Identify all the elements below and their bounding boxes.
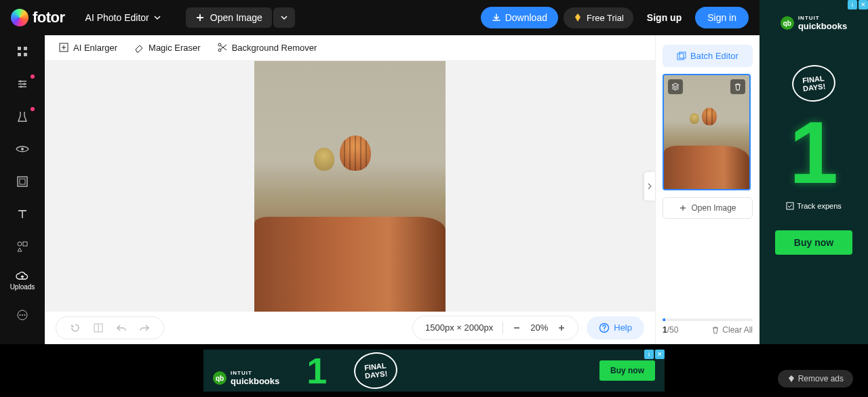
qb-logo-icon: qb <box>213 371 226 385</box>
car-shape <box>664 146 749 189</box>
ai-enlarger-label: AI Enlarger <box>73 43 117 53</box>
svg-rect-23 <box>787 203 793 209</box>
zoom-out-button[interactable] <box>513 324 521 332</box>
clear-all-button[interactable]: Clear All <box>711 325 753 335</box>
canvas-image[interactable] <box>254 61 446 312</box>
mode-label: AI Photo Editor <box>85 12 149 23</box>
ad-number-graphic: 1 <box>307 352 327 389</box>
svg-point-10 <box>18 242 22 246</box>
delete-thumb-button[interactable] <box>730 79 745 94</box>
context-toolbar: AI Enlarger Magic Eraser Background Remo… <box>45 35 655 61</box>
help-label: Help <box>614 322 632 333</box>
ad-info-icon[interactable]: i <box>848 0 857 9</box>
svg-rect-3 <box>24 53 27 56</box>
svg-point-4 <box>20 81 22 83</box>
download-button[interactable]: Download <box>481 7 558 28</box>
open-image-dropdown[interactable] <box>273 7 295 28</box>
rail-more-icon[interactable] <box>14 307 31 323</box>
uploads-label: Uploads <box>10 283 35 291</box>
bottom-ad-area: i✕ qb INTUITquickbooks 1 FINAL DAYS! Buy… <box>0 344 868 397</box>
reset-button[interactable] <box>70 322 81 333</box>
rail-adjust-icon[interactable] <box>14 76 31 92</box>
ad-badge[interactable]: i✕ <box>848 0 868 9</box>
compare-button[interactable] <box>93 322 104 333</box>
download-icon <box>492 13 501 22</box>
help-icon <box>599 322 610 333</box>
open-image-small-button[interactable]: Open Image <box>663 197 753 219</box>
ad-brand-prefix: INTUIT <box>231 370 279 376</box>
image-thumbnail[interactable] <box>663 74 751 190</box>
ad-number-graphic: 1 <box>789 108 838 196</box>
ad-badge[interactable]: i✕ <box>644 350 665 359</box>
trash-icon <box>711 326 719 334</box>
rail-text-icon[interactable] <box>14 206 31 222</box>
reset-icon <box>70 322 81 333</box>
svg-point-18 <box>218 49 221 51</box>
banner-ad[interactable]: i✕ qb INTUITquickbooks 1 FINAL DAYS! Buy… <box>203 350 665 392</box>
rail-uploads[interactable]: Uploads <box>10 271 35 291</box>
rail-apps-icon[interactable] <box>14 43 31 60</box>
notification-dot-icon <box>31 107 35 111</box>
mode-dropdown[interactable]: AI Photo Editor <box>79 8 168 27</box>
svg-rect-11 <box>23 242 27 246</box>
sidebar-ad[interactable]: i✕ qb INTUITquickbooks FINAL DAYS! 1 Tra… <box>760 0 868 351</box>
collapse-right-toggle[interactable] <box>644 172 655 201</box>
sign-in-button[interactable]: Sign in <box>695 7 749 28</box>
redo-button[interactable] <box>139 322 150 333</box>
car-shape <box>254 217 446 312</box>
remove-ads-button[interactable]: Remove ads <box>778 370 853 388</box>
scissors-icon <box>217 42 228 53</box>
brand-logo[interactable]: fotor <box>11 9 65 26</box>
free-trial-label: Free Trial <box>587 13 624 23</box>
undo-icon <box>116 322 127 333</box>
bg-remover-label: Background Remover <box>232 43 317 53</box>
svg-point-7 <box>21 148 24 150</box>
ad-buy-now-button[interactable]: Buy now <box>775 230 852 255</box>
rail-eye-icon[interactable] <box>14 141 31 157</box>
notification-dot-icon <box>31 75 35 79</box>
svg-rect-21 <box>677 54 684 60</box>
usage-bar <box>663 318 753 321</box>
zoom-in-button[interactable] <box>557 324 566 332</box>
free-trial-button[interactable]: Free Trial <box>564 7 633 28</box>
ad-brand: qb INTUITquickbooks <box>213 370 279 386</box>
ad-info-icon[interactable]: i <box>644 350 654 359</box>
plus-icon <box>195 13 205 22</box>
batch-editor-button[interactable]: Batch Editor <box>663 45 753 67</box>
divider <box>502 322 503 334</box>
magic-eraser-button[interactable]: Magic Eraser <box>134 42 201 53</box>
rail-frame-icon[interactable] <box>14 173 31 190</box>
chevron-down-icon <box>153 14 161 22</box>
ad-close-icon[interactable]: ✕ <box>655 350 665 359</box>
layers-icon <box>671 83 679 91</box>
undo-button[interactable] <box>116 322 127 333</box>
qb-logo-icon: qb <box>781 16 794 30</box>
sign-up-button[interactable]: Sign up <box>639 7 690 28</box>
layers-button[interactable] <box>668 79 683 94</box>
batch-icon <box>677 51 686 61</box>
history-controls <box>56 316 164 339</box>
chevron-right-icon <box>647 182 652 190</box>
ad-close-icon[interactable]: ✕ <box>859 0 868 9</box>
svg-rect-9 <box>20 179 25 184</box>
svg-rect-1 <box>24 47 27 50</box>
balloon-icon <box>314 148 334 171</box>
diamond-icon <box>787 375 795 383</box>
final-days-badge: FINAL DAYS! <box>353 350 399 391</box>
check-icon <box>786 202 794 210</box>
bg-remover-button[interactable]: Background Remover <box>217 42 317 53</box>
rail-beauty-icon[interactable] <box>14 108 31 125</box>
zoom-level[interactable]: 20% <box>530 322 548 333</box>
open-image-button[interactable]: Open Image <box>186 7 272 28</box>
magic-eraser-label: Magic Eraser <box>149 43 201 53</box>
ad-brand-name: quickbooks <box>231 376 279 386</box>
ad-buy-now-button[interactable]: Buy now <box>599 360 655 381</box>
rail-elements-icon[interactable] <box>14 238 31 255</box>
help-button[interactable]: Help <box>587 316 644 339</box>
canvas-area[interactable] <box>45 61 655 312</box>
svg-point-17 <box>218 43 221 46</box>
ai-enlarger-button[interactable]: AI Enlarger <box>58 42 117 53</box>
chevron-down-icon <box>280 14 288 22</box>
diamond-icon <box>573 13 583 22</box>
clear-all-label: Clear All <box>722 325 753 335</box>
